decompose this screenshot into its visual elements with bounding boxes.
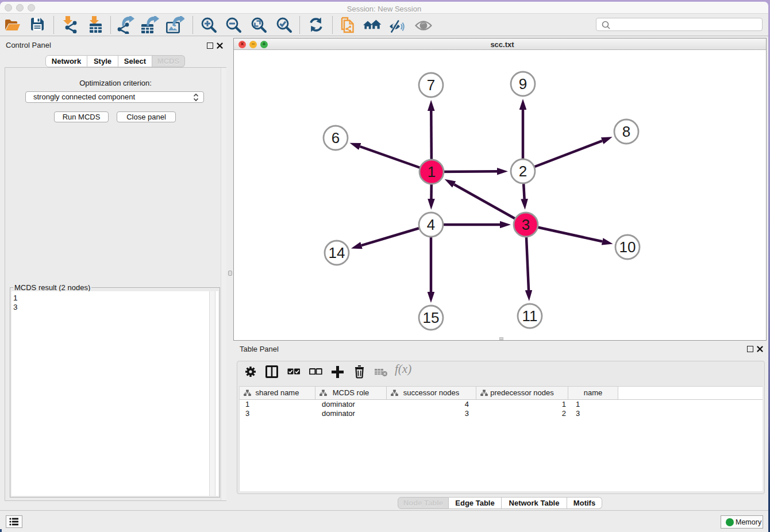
svg-text:6: 6 xyxy=(332,129,340,147)
svg-text:15: 15 xyxy=(423,309,440,326)
svg-text:1: 1 xyxy=(428,163,436,180)
svg-text:14: 14 xyxy=(329,244,345,261)
svg-text:9: 9 xyxy=(519,75,527,92)
svg-text:8: 8 xyxy=(622,123,630,140)
svg-text:f(x): f(x) xyxy=(395,363,411,376)
svg-text:7: 7 xyxy=(427,76,435,94)
svg-text:4: 4 xyxy=(427,216,435,233)
svg-text:2: 2 xyxy=(519,163,527,180)
svg-text:10: 10 xyxy=(619,238,636,256)
svg-text:3: 3 xyxy=(522,216,530,233)
svg-text:11: 11 xyxy=(522,307,538,325)
